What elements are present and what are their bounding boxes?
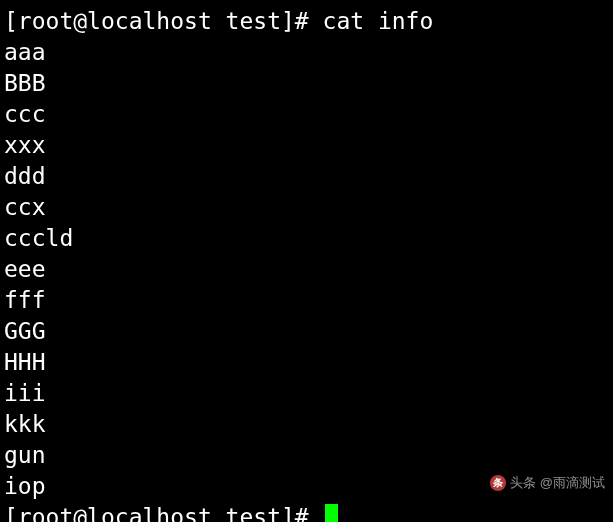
prompt-user: root	[18, 8, 73, 34]
prompt-at: @	[73, 8, 87, 34]
output-line: ccx	[4, 192, 609, 223]
output-line: eee	[4, 254, 609, 285]
output-line: ddd	[4, 161, 609, 192]
watermark-icon: 条	[490, 475, 506, 491]
prompt-host: localhost	[87, 504, 212, 522]
terminal-cursor	[325, 504, 338, 522]
output-line: BBB	[4, 68, 609, 99]
prompt-open-bracket: [	[4, 504, 18, 522]
prompt-space	[212, 504, 226, 522]
watermark-handle: @雨滴测试	[540, 467, 605, 498]
typed-command: cat info	[323, 8, 434, 34]
prompt-path: test	[226, 8, 281, 34]
output-line: HHH	[4, 347, 609, 378]
output-line: GGG	[4, 316, 609, 347]
prompt-close: ]#	[281, 504, 323, 522]
prompt-close: ]#	[281, 8, 323, 34]
output-line: iii	[4, 378, 609, 409]
command-line-1: [root@localhost test]# cat info	[4, 6, 609, 37]
prompt-open-bracket: [	[4, 8, 18, 34]
output-line: fff	[4, 285, 609, 316]
output-line: cccld	[4, 223, 609, 254]
output-line: xxx	[4, 130, 609, 161]
command-line-2[interactable]: [root@localhost test]#	[4, 502, 609, 522]
prompt-user: root	[18, 504, 73, 522]
terminal-window[interactable]: [root@localhost test]# cat info aaa BBB …	[0, 0, 613, 522]
prompt-host: localhost	[87, 8, 212, 34]
prompt-at: @	[73, 504, 87, 522]
prompt-space	[212, 8, 226, 34]
watermark: 条 头条 @雨滴测试	[490, 467, 605, 498]
output-line: aaa	[4, 37, 609, 68]
watermark-prefix: 头条	[510, 467, 536, 498]
prompt-path: test	[226, 504, 281, 522]
output-line: kkk	[4, 409, 609, 440]
output-line: ccc	[4, 99, 609, 130]
